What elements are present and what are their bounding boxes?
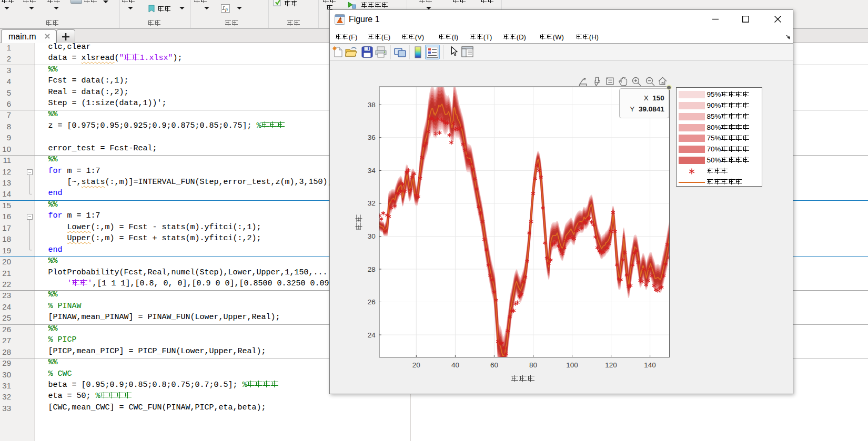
svg-text:60: 60: [490, 361, 498, 369]
svg-text:38: 38: [368, 101, 376, 109]
svg-text:34: 34: [368, 167, 376, 175]
svg-text:36: 36: [368, 134, 376, 142]
svg-text:30: 30: [368, 232, 376, 240]
svg-text:32: 32: [368, 200, 376, 208]
svg-text:fi: fi: [225, 7, 228, 12]
svg-text:26: 26: [368, 298, 376, 306]
svg-text:100: 100: [566, 361, 578, 369]
svg-text:24: 24: [368, 331, 376, 339]
svg-text:120: 120: [605, 361, 617, 369]
svg-text:20: 20: [412, 361, 420, 369]
svg-text:40: 40: [451, 361, 459, 369]
svg-text:80: 80: [529, 361, 537, 369]
svg-text:140: 140: [644, 361, 656, 369]
svg-text:28: 28: [368, 265, 376, 273]
